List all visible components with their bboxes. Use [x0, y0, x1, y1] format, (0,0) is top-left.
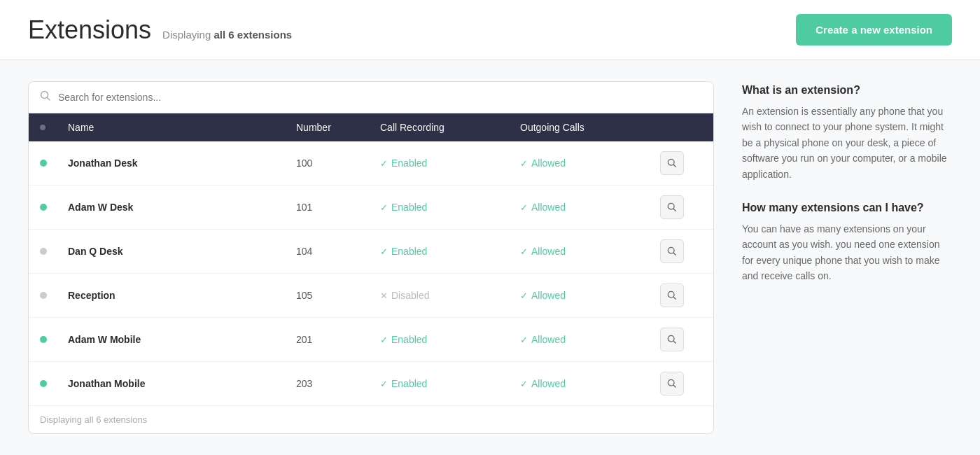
svg-line-9	[673, 297, 676, 299]
table-row: Dan Q Desk 104 ✓ Enabled ✓ Allowed	[29, 230, 713, 274]
svg-line-7	[673, 253, 676, 255]
row-search-button[interactable]	[660, 328, 684, 351]
status-dot	[40, 204, 47, 211]
outgoing-calls-badge: ✓ Allowed	[520, 334, 660, 345]
check-icon: ✓	[520, 335, 528, 345]
status-dot	[40, 248, 47, 255]
outgoing-calls-label: Allowed	[531, 246, 566, 257]
row-number: 104	[296, 246, 380, 257]
page-title: Extensions	[28, 15, 151, 45]
row-search-button[interactable]	[660, 239, 684, 263]
check-icon: ✓	[520, 379, 528, 389]
table-row: Adam W Desk 101 ✓ Enabled ✓ Allowed	[29, 186, 713, 230]
check-icon: ✓	[520, 246, 528, 257]
outgoing-calls-badge: ✓ Allowed	[520, 202, 660, 213]
info-section: What is an extension? An extension is es…	[742, 84, 952, 182]
outgoing-calls-label: Allowed	[531, 378, 566, 389]
outgoing-calls-label: Allowed	[531, 202, 566, 213]
extensions-table-panel: Name Number Call Recording Outgoing Call…	[28, 81, 714, 434]
check-icon: ✓	[380, 158, 388, 169]
row-search-button[interactable]	[660, 284, 684, 307]
check-icon: ✓	[520, 290, 528, 301]
table-row: Reception 105 ✕ Disabled ✓ Allowed	[29, 274, 713, 318]
table-header: Name Number Call Recording Outgoing Call…	[29, 113, 713, 141]
row-search-button[interactable]	[660, 372, 684, 396]
row-search-cell	[660, 328, 702, 351]
svg-line-13	[673, 385, 676, 387]
sidebar-sections: What is an extension? An extension is es…	[742, 84, 952, 284]
outgoing-calls-label: Allowed	[531, 334, 566, 345]
outgoing-calls-badge: ✓ Allowed	[520, 378, 660, 389]
status-dot	[40, 380, 47, 387]
table-footer: Displaying all 6 extensions	[29, 405, 713, 433]
col-status	[40, 122, 68, 133]
call-recording-label: Enabled	[391, 158, 427, 169]
row-name: Reception	[68, 290, 296, 301]
call-recording-label: Disabled	[391, 290, 429, 301]
search-icon	[40, 90, 51, 104]
info-section-text: You can have as many extensions on your …	[742, 221, 952, 284]
row-search-button[interactable]	[660, 151, 684, 175]
call-recording-badge: ✓ Enabled	[380, 158, 520, 169]
outgoing-calls-badge: ✓ Allowed	[520, 246, 660, 257]
row-name: Jonathan Desk	[68, 158, 296, 169]
row-number: 203	[296, 378, 380, 389]
status-dot	[40, 292, 47, 299]
outgoing-calls-badge: ✓ Allowed	[520, 158, 660, 169]
check-icon: ✓	[380, 335, 388, 345]
col-name: Name	[68, 122, 296, 133]
check-icon: ✓	[520, 158, 528, 169]
call-recording-badge: ✓ Enabled	[380, 246, 520, 257]
call-recording-label: Enabled	[391, 334, 427, 345]
row-name: Dan Q Desk	[68, 246, 296, 257]
svg-line-3	[673, 164, 676, 167]
table-row: Jonathan Mobile 203 ✓ Enabled ✓ Allowed	[29, 362, 713, 405]
header-left: Extensions Displaying all 6 extensions	[28, 15, 292, 45]
sort-dot-icon	[40, 125, 46, 130]
row-search-cell	[660, 151, 702, 175]
row-name: Jonathan Mobile	[68, 378, 296, 389]
status-cell	[40, 201, 68, 214]
page-content: Name Number Call Recording Outgoing Call…	[0, 60, 980, 455]
table-body: Jonathan Desk 100 ✓ Enabled ✓ Allowed	[29, 141, 713, 405]
outgoing-calls-badge: ✓ Allowed	[520, 290, 660, 301]
info-section-text: An extension is essentially any phone th…	[742, 104, 952, 182]
x-icon: ✕	[380, 290, 388, 301]
row-number: 105	[296, 290, 380, 301]
info-section: How many extensions can I have? You can …	[742, 202, 952, 284]
status-dot	[40, 336, 47, 343]
row-search-button[interactable]	[660, 195, 684, 219]
search-input[interactable]	[58, 92, 702, 103]
call-recording-label: Enabled	[391, 378, 427, 389]
col-call-recording: Call Recording	[380, 122, 520, 133]
row-search-cell	[660, 372, 702, 396]
check-icon: ✓	[380, 246, 388, 257]
info-section-title: What is an extension?	[742, 84, 952, 97]
col-number: Number	[296, 122, 380, 133]
status-cell	[40, 245, 68, 258]
call-recording-label: Enabled	[391, 246, 427, 257]
table-row: Jonathan Desk 100 ✓ Enabled ✓ Allowed	[29, 141, 713, 186]
outgoing-calls-label: Allowed	[531, 290, 566, 301]
outgoing-calls-label: Allowed	[531, 158, 566, 169]
call-recording-badge: ✓ Enabled	[380, 334, 520, 345]
info-section-title: How many extensions can I have?	[742, 202, 952, 214]
call-recording-badge: ✕ Disabled	[380, 290, 520, 301]
page-subtitle: Displaying all 6 extensions	[162, 29, 292, 41]
status-cell	[40, 377, 68, 390]
page-header: Extensions Displaying all 6 extensions C…	[0, 0, 980, 60]
row-search-cell	[660, 239, 702, 263]
call-recording-label: Enabled	[391, 202, 427, 213]
svg-line-5	[673, 209, 676, 211]
table-row: Adam W Mobile 201 ✓ Enabled ✓ Allowed	[29, 318, 713, 362]
col-outgoing-calls: Outgoing Calls	[520, 122, 660, 133]
col-actions	[660, 122, 702, 133]
call-recording-badge: ✓ Enabled	[380, 202, 520, 213]
status-cell	[40, 333, 68, 346]
check-icon: ✓	[520, 202, 528, 213]
row-name: Adam W Desk	[68, 202, 296, 213]
search-bar	[29, 82, 713, 113]
check-icon: ✓	[380, 202, 388, 213]
create-extension-button[interactable]: Create a new extension	[796, 14, 952, 46]
row-number: 100	[296, 158, 380, 169]
